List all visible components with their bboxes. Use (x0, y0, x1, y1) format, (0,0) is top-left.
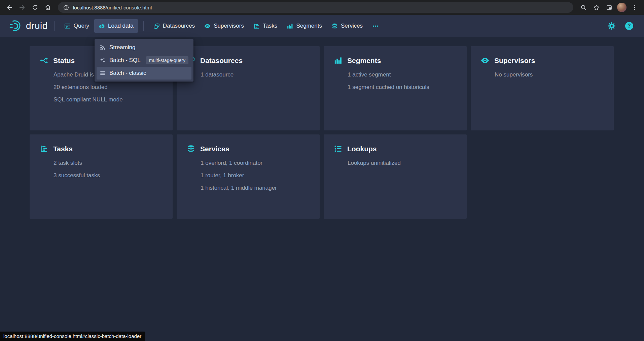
bar-chart-icon (334, 56, 342, 65)
forward-icon (19, 4, 26, 11)
star-icon (593, 4, 600, 11)
nav-supervisors[interactable]: Supervisors (200, 19, 248, 33)
card-supervisors[interactable]: Supervisors No supervisors (471, 46, 614, 130)
list-icon (100, 70, 106, 76)
info-icon (63, 5, 69, 10)
status-link-text: localhost:8888/unified-console.html#clas… (3, 333, 141, 339)
kebab-menu-icon (632, 4, 638, 10)
back-icon (6, 4, 13, 11)
zoom-icon (580, 4, 587, 11)
card-line: SQL compliant NULL mode (53, 96, 163, 103)
navbar-right: ? (606, 21, 637, 31)
nav-divider (54, 21, 55, 31)
app-navbar: druid Query Load data Datasources Superv… (0, 15, 644, 37)
logo-wordmark: druid (26, 21, 48, 31)
url-path: /unified-console.html (106, 5, 152, 10)
druid-logo-icon (9, 19, 22, 33)
card-title: Services (200, 145, 229, 153)
card-line: 1 active segment (348, 71, 457, 78)
ellipsis-icon (372, 23, 379, 29)
reload-icon (32, 4, 38, 11)
card-segments[interactable]: Segments 1 active segment 1 segment cach… (324, 46, 467, 130)
nav-label: Services (341, 23, 363, 29)
feed-icon (100, 44, 106, 51)
browser-menu-button[interactable] (629, 1, 641, 13)
menu-item-label: Batch - SQL (109, 57, 141, 64)
properties-list-icon (334, 145, 342, 153)
url-host: localhost:8888 (73, 5, 106, 10)
database-icon (187, 145, 195, 153)
druid-logo[interactable]: druid (7, 19, 49, 33)
card-line: 1 segment cached on historicals (348, 84, 457, 91)
profile-avatar[interactable] (617, 3, 627, 12)
gantt-icon (253, 23, 260, 29)
sparkle-icon (100, 57, 106, 63)
back-button[interactable] (3, 1, 15, 13)
card-title: Segments (347, 57, 381, 65)
nav-label: Supervisors (214, 23, 244, 29)
card-title: Tasks (53, 145, 73, 153)
menu-item-label: Batch - classic (109, 70, 146, 76)
query-icon (64, 23, 71, 29)
msq-badge: multi-stage-query (146, 56, 188, 64)
flow-branch-icon (40, 56, 48, 65)
card-line: 1 historical, 1 middle manager (201, 185, 310, 191)
gantt-icon (40, 145, 48, 153)
menu-item-batch-sql[interactable]: Batch - SQL multi-stage-query (97, 54, 191, 67)
database-icon (331, 23, 338, 29)
nav-more[interactable] (368, 20, 383, 33)
card-title: Lookups (347, 145, 377, 153)
menu-item-label: Streaming (109, 44, 135, 51)
card-line: 20 extensions loaded (53, 84, 163, 91)
nav-services[interactable]: Services (327, 19, 367, 33)
card-title: Supervisors (494, 57, 535, 65)
nav-load-data[interactable]: Load data (94, 19, 138, 33)
card-line: 2 task slots (53, 160, 163, 166)
card-line: Lookups uninitialized (348, 160, 457, 166)
card-lookups[interactable]: Lookups Lookups uninitialized (324, 134, 467, 219)
nav-label: Load data (108, 23, 134, 29)
link-status-tooltip: localhost:8888/unified-console.html#clas… (0, 332, 145, 341)
reload-button[interactable] (29, 1, 41, 13)
url-bar[interactable]: localhost:8888/unified-console.html (58, 2, 573, 13)
card-line: No supervisors (495, 71, 604, 78)
nav-segments[interactable]: Segments (282, 19, 326, 33)
card-line: 1 overlord, 1 coordinator (201, 160, 310, 166)
eye-icon (204, 23, 211, 29)
card-tasks[interactable]: Tasks 2 task slots 3 successful tasks (30, 134, 173, 219)
nav-query[interactable]: Query (60, 19, 94, 33)
nav-label: Datasources (163, 23, 195, 29)
multi-database-icon (153, 23, 160, 29)
extensions-icon (606, 4, 612, 11)
card-title: Status (53, 57, 75, 65)
help-button[interactable]: ? (624, 21, 635, 31)
card-line: 1 router, 1 broker (201, 172, 310, 179)
cloud-upload-icon (99, 23, 105, 29)
extensions-button[interactable] (603, 1, 615, 13)
load-data-menu: Streaming Batch - SQL multi-stage-query … (95, 39, 193, 82)
forward-button[interactable] (16, 1, 28, 13)
nav-label: Tasks (263, 23, 277, 29)
home-button[interactable] (42, 1, 54, 13)
home-icon (44, 4, 51, 11)
gear-icon (608, 22, 616, 30)
zoom-button[interactable] (577, 1, 589, 13)
nav-label: Query (74, 23, 89, 29)
eye-icon (481, 56, 489, 65)
settings-button[interactable] (606, 21, 617, 31)
bar-chart-icon (287, 23, 293, 29)
browser-toolbar: localhost:8888/unified-console.html (0, 0, 644, 15)
card-line: 1 datasource (201, 71, 310, 78)
menu-item-batch-classic[interactable]: Batch - classic (97, 67, 191, 80)
nav-divider (143, 21, 144, 31)
card-services[interactable]: Services 1 overlord, 1 coordinator 1 rou… (177, 134, 320, 219)
nav-datasources[interactable]: Datasources (149, 19, 199, 33)
url-text: localhost:8888/unified-console.html (73, 5, 152, 10)
menu-item-streaming[interactable]: Streaming (97, 41, 191, 54)
card-datasources[interactable]: Datasources 1 datasource (177, 46, 320, 130)
bookmark-button[interactable] (590, 1, 602, 13)
help-icon: ? (625, 22, 633, 30)
nav-tasks[interactable]: Tasks (249, 19, 282, 33)
nav-label: Segments (296, 23, 322, 29)
card-title: Datasources (200, 57, 243, 65)
